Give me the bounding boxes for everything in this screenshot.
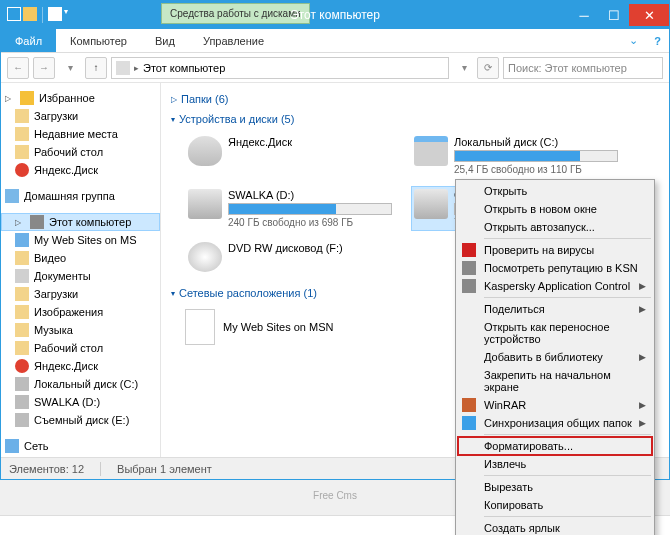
context-menu-item[interactable]: Проверить на вирусы [458, 241, 652, 259]
quick-access-toolbar: ▾ [1, 7, 74, 23]
tab-view[interactable]: Вид [141, 29, 189, 52]
sidebar-item-disk-c[interactable]: Локальный диск (C:) [1, 375, 160, 393]
sidebar-item-downloads2[interactable]: Загрузки [1, 285, 160, 303]
menu-separator [484, 475, 651, 476]
help-icon[interactable]: ? [646, 29, 669, 52]
network-folder-icon [15, 233, 29, 247]
sidebar-item-documents[interactable]: Документы [1, 267, 160, 285]
context-menu-item[interactable]: Открыть в новом окне [458, 200, 652, 218]
menu-item-label: Вырезать [484, 481, 533, 493]
rar-icon [462, 398, 476, 412]
usb-disk-icon [414, 189, 448, 219]
sidebar-item-disk-e[interactable]: Съемный диск (E:) [1, 411, 160, 429]
pc-icon [116, 61, 130, 75]
sidebar-item-music[interactable]: Музыка [1, 321, 160, 339]
chevron-right-icon[interactable]: ▸ [134, 63, 139, 73]
menu-separator [484, 297, 651, 298]
submenu-arrow-icon: ▶ [639, 418, 646, 428]
maximize-button[interactable]: ☐ [599, 4, 629, 26]
folder-icon [15, 145, 29, 159]
breadcrumb-dropdown-icon[interactable]: ▾ [453, 57, 475, 79]
menu-item-label: Копировать [484, 499, 543, 511]
context-menu-item[interactable]: Открыть как переносное устройство [458, 318, 652, 348]
history-dropdown-icon[interactable]: ▾ [59, 57, 81, 79]
context-menu-item[interactable]: WinRAR▶ [458, 396, 652, 414]
network-icon [5, 439, 19, 453]
breadcrumb-location[interactable]: Этот компьютер [143, 62, 225, 74]
tab-manage[interactable]: Управление [189, 29, 278, 52]
pc-icon [30, 215, 44, 229]
sidebar-network-header[interactable]: Сеть [1, 437, 160, 455]
drive-dvd-f[interactable]: DVD RW дисковод (F:) [185, 239, 395, 275]
up-button[interactable]: ↑ [85, 57, 107, 79]
menu-item-label: Kaspersky Application Control [484, 280, 630, 292]
menu-item-label: Проверить на вирусы [484, 244, 594, 256]
context-menu-item[interactable]: Поделиться▶ [458, 300, 652, 318]
disk-icon [15, 395, 29, 409]
section-folders[interactable]: ▷Папки (6) [171, 89, 659, 109]
refresh-button[interactable]: ⟳ [477, 57, 499, 79]
qat-dropdown-icon[interactable]: ▾ [64, 7, 68, 23]
sidebar-item-yandex[interactable]: Яндекс.Диск [1, 161, 160, 179]
context-menu-item[interactable]: Посмотреть репутацию в KSN [458, 259, 652, 277]
tab-computer[interactable]: Компьютер [56, 29, 141, 52]
folder-icon [15, 305, 29, 319]
sidebar-this-pc-header[interactable]: ▷Этот компьютер [1, 213, 160, 231]
sidebar-item-downloads[interactable]: Загрузки [1, 107, 160, 125]
status-element-count: Элементов: 12 [9, 463, 84, 475]
homegroup-icon [5, 189, 19, 203]
sidebar-item-recent[interactable]: Недавние места [1, 125, 160, 143]
context-menu-item[interactable]: Открыть автозапуск... [458, 218, 652, 236]
sidebar-item-video[interactable]: Видео [1, 249, 160, 267]
section-drives[interactable]: ▾Устройства и диски (5) [171, 109, 659, 129]
local-disk-icon [414, 136, 448, 166]
properties-icon[interactable] [23, 7, 37, 21]
sidebar-item-websites[interactable]: My Web Sites on MS [1, 231, 160, 249]
sidebar-item-yandex2[interactable]: Яндекс.Диск [1, 357, 160, 375]
context-menu-item[interactable]: Синхронизация общих папок▶ [458, 414, 652, 432]
drive-yandex[interactable]: Яндекс.Диск [185, 133, 395, 178]
context-menu-item[interactable]: Копировать [458, 496, 652, 514]
context-menu-item[interactable]: Добавить в библиотеку▶ [458, 348, 652, 366]
sidebar-item-desktop2[interactable]: Рабочий стол [1, 339, 160, 357]
sidebar-item-desktop[interactable]: Рабочий стол [1, 143, 160, 161]
sidebar-item-images[interactable]: Изображения [1, 303, 160, 321]
minimize-button[interactable]: ─ [569, 4, 599, 26]
sidebar-homegroup-header[interactable]: Домашняя группа [1, 187, 160, 205]
context-menu-item[interactable]: Закрепить на начальном экране [458, 366, 652, 396]
menu-separator [484, 516, 651, 517]
context-menu-item[interactable]: Открыть [458, 182, 652, 200]
hdd-icon [188, 189, 222, 219]
close-button[interactable]: ✕ [629, 4, 669, 26]
drive-swalka-d[interactable]: SWALKA (D:) 240 ГБ свободно из 698 ГБ [185, 186, 395, 231]
explorer-window: ▾ Средства работы с дисками Этот компьют… [0, 0, 670, 480]
menu-item-label: Создать ярлык [484, 522, 560, 534]
folder-icon [15, 251, 29, 265]
forward-button[interactable]: → [33, 57, 55, 79]
undo-icon[interactable] [48, 7, 62, 21]
back-button[interactable]: ← [7, 57, 29, 79]
menu-item-label: Открыть [484, 185, 527, 197]
tab-file[interactable]: Файл [1, 29, 56, 52]
context-menu-item[interactable]: Создать ярлык [458, 519, 652, 535]
context-menu-item[interactable]: Форматировать... [458, 437, 652, 455]
search-input[interactable]: Поиск: Этот компьютер [503, 57, 663, 79]
submenu-arrow-icon: ▶ [639, 352, 646, 362]
titlebar: ▾ Средства работы с дисками Этот компьют… [1, 1, 669, 29]
context-menu-item[interactable]: Извлечь [458, 455, 652, 473]
ribbon-context-tab[interactable]: Средства работы с дисками [161, 3, 310, 24]
ribbon-expand-icon[interactable]: ⌄ [621, 29, 646, 52]
context-menu-item[interactable]: Kaspersky Application Control▶ [458, 277, 652, 295]
menu-item-label: Открыть в новом окне [484, 203, 597, 215]
menu-item-label: Добавить в библиотеку [484, 351, 603, 363]
submenu-arrow-icon: ▶ [639, 400, 646, 410]
context-menu-item[interactable]: Вырезать [458, 478, 652, 496]
sidebar-favorites-header[interactable]: ▷Избранное [1, 89, 160, 107]
folder-icon [15, 341, 29, 355]
drive-local-c[interactable]: Локальный диск (C:) 25,4 ГБ свободно из … [411, 133, 621, 178]
menu-item-label: Посмотреть репутацию в KSN [484, 262, 638, 274]
menu-item-label: Синхронизация общих папок [484, 417, 632, 429]
submenu-arrow-icon: ▶ [639, 281, 646, 291]
sidebar-item-disk-d[interactable]: SWALKA (D:) [1, 393, 160, 411]
breadcrumb[interactable]: ▸ Этот компьютер [111, 57, 449, 79]
